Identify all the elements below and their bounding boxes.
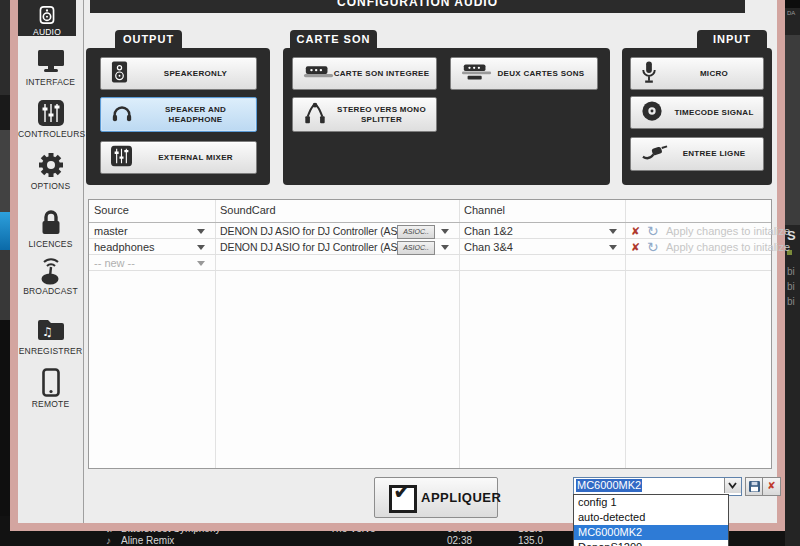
dropdown-option-mc6000mk2[interactable]: MC6000MK2: [574, 525, 728, 540]
lock-icon: [18, 206, 83, 238]
micro-button[interactable]: MICRO: [630, 57, 764, 90]
background-panel-fragment: [0, 130, 10, 212]
stereo-vers-mono-splitter-button[interactable]: STEREO VERS MONO SPLITTER: [292, 97, 437, 132]
asio-config-button[interactable]: ASIOC..: [397, 241, 435, 255]
sidebar-item-label: AUDIO: [18, 27, 76, 37]
apply-hint: Apply changes to initalize: [666, 241, 790, 253]
button-label: SPEAKER AND HEADPHONE: [139, 105, 252, 125]
chevron-down-icon[interactable]: [441, 245, 449, 250]
audio-configuration-dialog: CONFIGURATION AUDIO AUDIO INTERFACE CONT…: [10, 0, 785, 531]
tab-label: INPUT: [713, 33, 751, 45]
carte-son-integree-button[interactable]: CARTE SON INTEGREE: [292, 57, 437, 90]
column-header-source: Source: [94, 204, 129, 216]
speakeronly-button[interactable]: SPEAKERONLY: [100, 57, 257, 90]
deux-cartes-sons-button[interactable]: DEUX CARTES SONS: [450, 57, 598, 90]
row-divider: [89, 270, 771, 271]
headphones-icon: [111, 103, 133, 127]
column-divider: [215, 200, 216, 468]
button-label: ENTREE LIGNE: [669, 149, 759, 159]
dropdown-option-auto-detected[interactable]: auto-detected: [574, 510, 728, 525]
speaker-cabinet-icon: [111, 60, 128, 87]
chevron-down-icon[interactable]: [197, 245, 205, 250]
sidebar-item-audio[interactable]: AUDIO: [18, 0, 76, 36]
floppy-disk-icon: [749, 481, 760, 492]
mixer-sliders-icon: [111, 145, 132, 170]
monitor-icon: [18, 44, 83, 76]
track-time: 02:38: [447, 535, 472, 546]
sidebar-item-label: LICENCES: [18, 239, 83, 249]
dialog-titlebar: CONFIGURATION AUDIO: [90, 0, 745, 13]
microphone-icon: [641, 60, 657, 87]
combobox-dropdown-button[interactable]: [724, 478, 741, 493]
sidebar-item-interface[interactable]: INTERFACE: [18, 44, 83, 87]
sidebar-item-label: INTERFACE: [18, 77, 83, 87]
chevron-down-icon[interactable]: [197, 261, 205, 266]
chevron-down-icon[interactable]: [197, 229, 205, 234]
channel-select[interactable]: Chan 1&2: [464, 225, 513, 237]
external-mixer-button[interactable]: EXTERNAL MIXER: [100, 141, 257, 174]
apply-hint: Apply changes to initalize: [666, 225, 790, 237]
apply-button[interactable]: ✔ APPLIQUER: [374, 477, 498, 518]
tab-label: OUTPUT: [123, 33, 174, 45]
delete-row-icon[interactable]: ✘: [631, 225, 640, 238]
close-config-button[interactable]: ✘: [762, 477, 781, 496]
row-divider: [89, 222, 771, 223]
chevron-down-icon[interactable]: [441, 229, 449, 234]
background-panel-fragment: [0, 250, 10, 320]
button-label: EXTERNAL MIXER: [139, 153, 252, 163]
button-label: TIMECODE SIGNAL: [669, 108, 759, 118]
sidebar-item-broadcast[interactable]: BROADCAST: [18, 253, 83, 296]
new-source-select[interactable]: -- new --: [94, 257, 135, 269]
sidebar-item-label: BROADCAST: [18, 286, 83, 296]
dropdown-option-config1[interactable]: config 1: [574, 495, 728, 510]
soundcard-select[interactable]: DENON DJ ASIO for DJ Controller (ASIO): [220, 241, 412, 253]
channel-select[interactable]: Chan 3&4: [464, 241, 513, 253]
apply-button-label: APPLIQUER: [421, 478, 501, 517]
background-text-fragment: bi: [787, 266, 800, 277]
tab-label: CARTE SON: [297, 33, 371, 45]
entree-ligne-button[interactable]: ENTREE LIGNE: [630, 137, 764, 171]
tab-carte-son: CARTE SON: [290, 30, 377, 48]
sidebar-item-licences[interactable]: LICENCES: [18, 206, 83, 249]
audio-routing-table: Source SoundCard Channel master DENON DJ…: [88, 199, 772, 469]
column-header-channel: Channel: [464, 204, 505, 216]
checkmark-glyph: ✔: [393, 479, 411, 505]
sidebar-item-remote[interactable]: REMOTE: [18, 366, 83, 409]
background-text-fragment: DA: [787, 10, 800, 16]
sidebar-item-controleurs[interactable]: CONTROLEURS: [18, 96, 83, 139]
chevron-down-icon[interactable]: [609, 229, 617, 234]
button-label: STEREO VERS MONO SPLITTER: [331, 105, 432, 125]
delete-row-icon[interactable]: ✘: [631, 241, 640, 254]
button-label: DEUX CARTES SONS: [489, 69, 593, 79]
sidebar-item-options[interactable]: OPTIONS: [18, 148, 83, 191]
timecode-signal-button[interactable]: TIMECODE SIGNAL: [630, 96, 764, 129]
button-label: SPEAKERONLY: [139, 69, 252, 79]
config-combobox-value[interactable]: MC6000MK2: [576, 479, 642, 492]
chevron-down-icon[interactable]: [609, 245, 617, 250]
background-panel-fragment: [785, 35, 800, 225]
dropdown-option-denons1200[interactable]: DenonS1200: [574, 540, 728, 546]
music-note-icon: ♪: [106, 535, 111, 546]
refresh-icon[interactable]: ↻: [647, 241, 659, 253]
soundcard-select[interactable]: DENON DJ ASIO for DJ Controller (ASIO): [220, 225, 412, 237]
carte-son-panel: CARTE SON INTEGREE DEUX CARTES SONS STER…: [283, 48, 610, 185]
checkmark-icon: ✔: [389, 485, 417, 513]
refresh-icon[interactable]: ↻: [647, 225, 659, 237]
asio-config-button[interactable]: ASIOC..: [397, 225, 435, 239]
tab-input: INPUT: [697, 30, 767, 48]
source-select[interactable]: master: [94, 225, 128, 237]
track-bpm: 135.0: [518, 535, 543, 546]
phone-icon: [18, 366, 83, 398]
record-folder-icon: ♫: [18, 313, 83, 345]
sidebar-item-label: ENREGISTRER: [18, 346, 83, 356]
source-select[interactable]: headphones: [94, 241, 155, 253]
speaker-and-headphone-button[interactable]: SPEAKER AND HEADPHONE: [100, 97, 257, 132]
sidebar-item-label: REMOTE: [18, 399, 83, 409]
background-right-strip: DA S bi bi bi: [785, 0, 800, 546]
sidebar-item-enregistrer[interactable]: ♫ ENREGISTRER: [18, 313, 83, 356]
background-text-fragment: bi: [787, 296, 800, 307]
settings-sidebar: AUDIO INTERFACE CONTROLEURS OPTIONS LICE: [18, 0, 84, 523]
sidebar-item-label: CONTROLEURS: [18, 129, 83, 139]
line-plug-icon: [641, 144, 668, 164]
config-dropdown-list: config 1 auto-detected MC6000MK2 DenonS1…: [573, 494, 729, 546]
